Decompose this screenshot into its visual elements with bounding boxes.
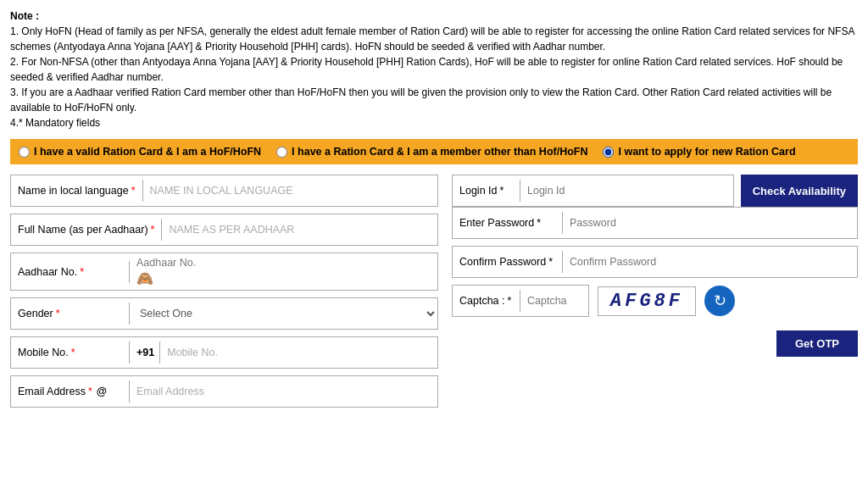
get-otp-row: Get OTP (452, 330, 858, 357)
gender-row: Gender * Select One Male Female Transgen… (10, 297, 438, 330)
at-icon: @ (97, 386, 107, 397)
name-local-row: Name in local language * (10, 175, 438, 207)
password-row: Enter Password * (452, 207, 858, 239)
captcha-input[interactable] (520, 290, 588, 312)
aadhaar-wrapper: 🙈 (130, 253, 437, 290)
gender-required: * (56, 308, 60, 319)
captcha-image: AFG8F (598, 286, 696, 316)
form-area: Name in local language * Full Name (as p… (10, 175, 858, 414)
note-point-4: 4.* Mandatory fields (10, 117, 100, 129)
full-name-required: * (151, 224, 155, 236)
radio-input-2[interactable] (276, 147, 287, 158)
check-availability-button[interactable]: Check Availability (741, 175, 858, 207)
radio-option-1[interactable]: I have a valid Ration Card & I am a HoF/… (19, 146, 261, 158)
full-name-row: Full Name (as per Aadhaar) * (10, 214, 438, 246)
gender-label: Gender * (11, 303, 130, 325)
login-box: Login Id * (452, 175, 734, 207)
login-row: Login Id * Check Availability (452, 175, 858, 207)
radio-input-3[interactable] (603, 147, 614, 158)
password-label: Enter Password * (453, 212, 563, 234)
mobile-input[interactable] (160, 341, 437, 364)
eye-icon[interactable]: 🙈 (136, 270, 431, 286)
password-input[interactable] (563, 212, 857, 234)
captcha-label: Captcha : * (453, 290, 520, 312)
radio-label-2: I have a Ration Card & I am a member oth… (292, 146, 587, 158)
full-name-input[interactable] (162, 219, 437, 241)
radio-label-1: I have a valid Ration Card & I am a HoF/… (34, 146, 261, 158)
refresh-captcha-button[interactable]: ↻ (704, 286, 735, 316)
refresh-icon: ↻ (714, 291, 726, 310)
name-local-input[interactable] (143, 180, 437, 202)
aadhaar-input[interactable] (136, 257, 431, 269)
note-section: Note : 1. Only HoFN (Head of family as p… (10, 8, 858, 130)
mobile-label: Mobile No. * (11, 341, 130, 364)
radio-option-3[interactable]: I want to apply for new Ration Card (603, 146, 795, 158)
login-input[interactable] (520, 180, 733, 202)
full-name-label: Full Name (as per Aadhaar) * (11, 219, 162, 241)
name-local-required: * (131, 185, 136, 197)
page-wrapper: Note : 1. Only HoFN (Head of family as p… (0, 0, 868, 423)
radio-input-1[interactable] (19, 147, 30, 158)
aadhaar-label: Aadhaar No. * (11, 261, 130, 283)
aadhaar-row: Aadhaar No. * 🙈 (10, 253, 438, 291)
left-column: Name in local language * Full Name (as p… (10, 175, 438, 414)
get-otp-button[interactable]: Get OTP (776, 330, 858, 357)
password-row-wrapper: Enter Password * (452, 207, 858, 239)
confirm-password-row: Confirm Password * (452, 246, 858, 278)
mobile-row: Mobile No. * +91 (10, 336, 438, 369)
note-point-1: 1. Only HoFN (Head of family as per NFSA… (10, 25, 854, 53)
radio-bar: I have a valid Ration Card & I am a HoF/… (10, 139, 858, 164)
email-required: * (88, 386, 92, 397)
captcha-required: * (508, 295, 512, 307)
right-column: Login Id * Check Availability Enter Pass… (452, 175, 858, 414)
confirm-password-label: Confirm Password * (453, 251, 563, 273)
mobile-prefix: +91 (130, 341, 160, 364)
email-label: Email Address * @ (11, 380, 130, 402)
login-label: Login Id * (453, 180, 520, 202)
confirm-password-input[interactable] (563, 251, 857, 273)
name-local-label: Name in local language * (11, 180, 143, 202)
note-point-2: 2. For Non-NFSA (other than Antyodaya An… (10, 56, 843, 83)
gender-select[interactable]: Select One Male Female Transgender (130, 302, 437, 325)
email-row: Email Address * @ (10, 375, 438, 408)
aadhaar-required: * (80, 266, 84, 278)
captcha-row: Captcha : * AFG8F ↻ (452, 285, 858, 317)
login-required: * (499, 185, 504, 197)
note-point-3: 3. If you are a Aadhaar verified Ration … (10, 86, 832, 114)
note-title: Note : (10, 10, 39, 22)
email-input[interactable] (130, 380, 437, 402)
radio-label-3: I want to apply for new Ration Card (618, 146, 795, 158)
captcha-input-box: Captcha : * (452, 285, 589, 317)
password-required: * (537, 217, 541, 229)
confirm-password-row-wrapper: Confirm Password * (452, 246, 858, 278)
mobile-required: * (71, 347, 75, 358)
radio-option-2[interactable]: I have a Ration Card & I am a member oth… (276, 146, 587, 158)
confirm-password-required: * (548, 256, 553, 268)
